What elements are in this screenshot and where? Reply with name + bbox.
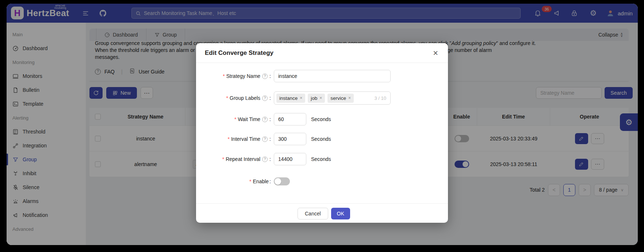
required-asterisk: * [228, 136, 230, 142]
required-asterisk: * [222, 156, 224, 162]
required-asterisk: * [223, 73, 225, 79]
required-asterisk: * [249, 178, 251, 184]
unit-label: Seconds [311, 116, 331, 122]
required-asterisk: * [226, 95, 228, 101]
unit-label: Seconds [311, 136, 331, 142]
repeat-interval-input[interactable] [274, 153, 306, 165]
wait-time-field: * Wait Time ? : Seconds [205, 113, 439, 126]
help-icon[interactable]: ? [262, 136, 268, 142]
enable-field: * Enable : [205, 175, 439, 188]
app-window: H HertzBeat APACHE incubating 36 [7, 4, 638, 245]
help-icon[interactable]: ? [262, 157, 268, 162]
interval-time-field: * Interval Time ? : Seconds [205, 132, 439, 146]
ok-button[interactable]: OK [331, 208, 350, 219]
required-asterisk: * [234, 116, 236, 122]
close-icon[interactable]: × [430, 48, 441, 58]
remove-tag-icon[interactable]: × [300, 95, 302, 101]
unit-label: Seconds [311, 156, 331, 162]
modal-footer-divider [196, 203, 448, 204]
label-tag: instance × [276, 94, 305, 103]
help-icon[interactable]: ? [262, 117, 268, 122]
group-labels-field: * Group Labels ? : instance × job × serv… [205, 91, 439, 105]
tag-counter: 3 / 10 [374, 95, 386, 101]
edit-converge-strategy-modal: Edit Converge Strategy × * Strategy Name… [196, 43, 448, 223]
remove-tag-icon[interactable]: × [319, 95, 322, 101]
modal-footer: Cancel OK [298, 208, 350, 219]
group-labels-select[interactable]: instance × job × service × 3 / 10 [274, 91, 391, 105]
cancel-button[interactable]: Cancel [298, 208, 328, 219]
modal-title: Edit Converge Strategy [205, 49, 273, 57]
strategy-name-field: * Strategy Name ? : [205, 69, 439, 83]
label-tag: service × [327, 94, 354, 103]
modal-header: Edit Converge Strategy × [196, 43, 448, 63]
remove-tag-icon[interactable]: × [348, 95, 351, 101]
interval-time-input[interactable] [274, 133, 306, 145]
help-icon[interactable]: ? [262, 74, 268, 79]
repeat-interval-field: * Repeat Interval ? : Seconds [205, 153, 439, 166]
wait-time-input[interactable] [274, 113, 306, 125]
enable-toggle[interactable] [274, 177, 290, 185]
label-tag: job × [308, 94, 325, 103]
help-icon[interactable]: ? [262, 95, 268, 101]
strategy-name-input[interactable] [274, 70, 391, 82]
